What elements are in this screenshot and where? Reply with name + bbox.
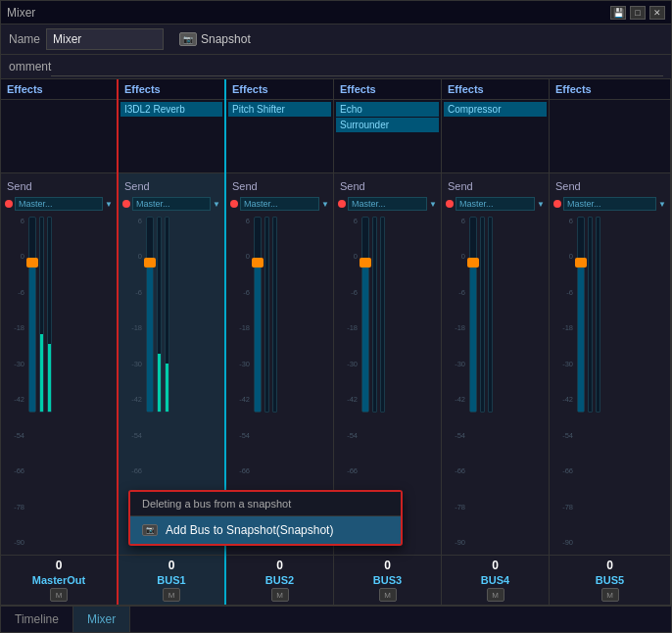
tab-timeline[interactable]: Timeline <box>1 607 73 632</box>
bus5-send-label: Send <box>550 177 587 195</box>
bus5-effects-area[interactable] <box>550 100 670 173</box>
masterout-value: 0 <box>56 559 63 572</box>
bus5-fader-container: 6 0 -6 -18 -30 -42 -54 -66 -78 -90 <box>550 213 670 551</box>
masterout-send-arrow: ▼ <box>105 200 113 209</box>
bus4-send-dest[interactable]: Master... <box>456 197 535 211</box>
bus5-send-dest[interactable]: Master... <box>563 197 656 211</box>
snapshot-icon: 📷 <box>179 32 197 46</box>
bus1-bottom: 0 BUS1 M <box>119 555 224 605</box>
bus2-send-arrow: ▼ <box>321 200 329 209</box>
snapshot-label: Snapshot <box>201 32 251 46</box>
masterout-effects-header: Effects <box>1 79 117 100</box>
bus4-effects-area[interactable]: Compressor <box>442 100 549 173</box>
bus2-level-r <box>272 217 277 413</box>
comment-input[interactable] <box>51 57 663 76</box>
bus1-effect-1[interactable]: I3DL2 Reverb <box>120 102 222 117</box>
bus3-effects-area[interactable]: Echo Surrounder <box>334 100 441 173</box>
masterout-fader-track[interactable] <box>28 217 36 413</box>
bus3-send-dot <box>338 200 346 208</box>
bus2-value: 0 <box>276 559 283 572</box>
bus3-level-l <box>372 217 377 413</box>
bus2-fader-track[interactable] <box>254 217 262 413</box>
bus3-effect-2[interactable]: Surrounder <box>336 118 439 132</box>
bus2-send-dest[interactable]: Master... <box>240 197 319 211</box>
bus4-level-r <box>488 217 493 413</box>
bus5-fader-track[interactable] <box>577 217 585 413</box>
bus2-bottom: 0 BUS2 M <box>226 555 333 605</box>
bus3-send-row: Master... ▼ <box>334 195 441 213</box>
maximize-button[interactable]: □ <box>630 6 646 20</box>
bus1-name: BUS1 <box>157 574 185 586</box>
masterout-fader-tracks <box>26 213 113 551</box>
bus3-send-dest[interactable]: Master... <box>348 197 427 211</box>
masterout-icon-1[interactable]: M <box>50 588 68 602</box>
bus1-send-arrow: ▼ <box>213 200 220 209</box>
bus5-level-l <box>588 217 593 413</box>
bus2-icon-1[interactable]: M <box>271 588 289 602</box>
bus5-icon-1[interactable]: M <box>601 588 619 602</box>
masterout-name: MasterOut <box>32 574 85 586</box>
bus1-fader-track[interactable] <box>146 217 154 413</box>
title-bar: Mixer 💾 □ ✕ <box>1 1 671 24</box>
bus4-fader-tracks <box>467 213 545 551</box>
bus3-icon-1[interactable]: M <box>379 588 397 602</box>
bus1-effects-area[interactable]: I3DL2 Reverb <box>119 100 224 173</box>
bus3-level-r <box>380 217 385 413</box>
title-bar-controls: 💾 □ ✕ <box>610 6 665 20</box>
bus3-effect-1[interactable]: Echo <box>336 102 439 117</box>
masterout-icon-row: M <box>50 588 68 602</box>
bus5-fader-section: Send Master... ▼ 6 0 -6 -18 -30 -42 -54 <box>550 173 670 555</box>
bus4-fader-container: 6 0 -6 -18 -30 -42 -54 -66 -78 -90 <box>442 213 549 551</box>
bus4-send-dot <box>446 200 454 208</box>
bus3-bottom: 0 BUS3 M <box>334 555 441 605</box>
bus4-send-arrow: ▼ <box>537 200 545 209</box>
masterout-send-label: Send <box>1 177 38 195</box>
bus4-fader-scale: 6 0 -6 -18 -30 -42 -54 -66 -78 -90 <box>446 213 467 551</box>
bus1-send-dest[interactable]: Master... <box>132 197 211 211</box>
bus3-fader-track[interactable] <box>361 217 369 413</box>
bus4-send-row: Master... ▼ <box>442 195 549 213</box>
save-button[interactable]: 💾 <box>610 6 626 20</box>
bus4-fader-section: Send Master... ▼ 6 0 -6 -18 -30 -42 -54 <box>442 173 549 555</box>
masterout-fader-scale: 6 0 -6 -18 -30 -42 -54 -66 -78 -90 <box>5 213 26 551</box>
bus5-fader-tracks <box>575 213 666 551</box>
bus3-effects-header: Effects <box>334 79 441 100</box>
bus4-fader-track[interactable] <box>469 217 477 413</box>
bus4-name: BUS4 <box>481 574 509 586</box>
masterout-effects-area[interactable] <box>1 100 117 173</box>
close-button[interactable]: ✕ <box>649 6 665 20</box>
bottom-tabs: Timeline Mixer <box>1 605 671 632</box>
bus1-send-label: Send <box>119 177 156 195</box>
comment-label: omment <box>9 60 51 73</box>
snapshot-button[interactable]: 📷 Snapshot <box>179 32 251 46</box>
masterout-level-track-l <box>39 217 44 413</box>
bus5-send-dot <box>553 200 561 208</box>
bus4-effects-header: Effects <box>442 79 549 100</box>
mixer-area: Effects Send Master... ▼ 6 0 -6 -18 -30 <box>1 79 671 605</box>
channel-bus5: Effects Send Master... ▼ 6 0 -6 -18 -30 <box>550 79 671 605</box>
masterout-send-dest[interactable]: Master... <box>15 197 103 211</box>
name-label: Name <box>9 32 40 46</box>
bus1-icon-1[interactable]: M <box>163 588 180 602</box>
add-bus-snapshot-icon: 📷 <box>142 524 158 536</box>
bus5-value: 0 <box>606 559 613 572</box>
bus4-effect-1[interactable]: Compressor <box>444 102 547 117</box>
bus5-level-r <box>596 217 600 413</box>
bus1-effects-header: Effects <box>119 79 224 100</box>
bus4-bottom: 0 BUS4 M <box>442 555 549 605</box>
name-input[interactable] <box>46 28 164 50</box>
masterout-bottom: 0 MasterOut M <box>1 555 117 605</box>
bus2-effect-1[interactable]: Pitch Shifter <box>228 102 331 117</box>
channel-bus4: Effects Compressor Send Master... ▼ 6 0 … <box>442 79 550 605</box>
add-bus-to-snapshot-button[interactable]: 📷 Add Bus to Snapshot(Snapshot) <box>130 516 401 544</box>
bus4-level-l <box>480 217 485 413</box>
bus3-value: 0 <box>384 559 391 572</box>
mixer-window: Mixer 💾 □ ✕ Name 📷 Snapshot omment Effec… <box>0 0 672 633</box>
bus4-icon-1[interactable]: M <box>487 588 504 602</box>
bus5-send-arrow: ▼ <box>658 200 666 209</box>
bus2-level-l <box>264 217 269 413</box>
bus2-effects-area[interactable]: Pitch Shifter <box>226 100 333 173</box>
bus2-send-dot <box>230 200 238 208</box>
tab-mixer[interactable]: Mixer <box>73 607 130 632</box>
bus5-icon-row: M <box>601 588 619 602</box>
